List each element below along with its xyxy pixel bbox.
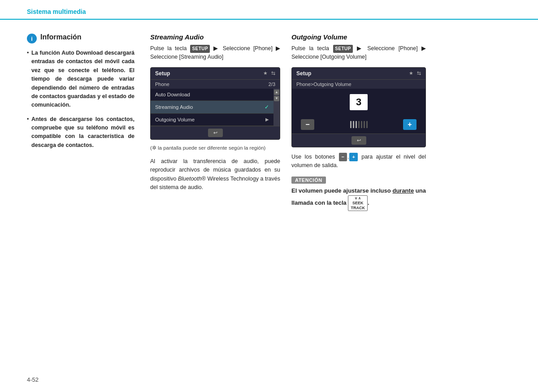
bullet-list: La función Auto Download descargará entr…	[27, 49, 134, 150]
vol-bar	[350, 121, 368, 128]
vol-sub-header: Phone>Outgoing Volume	[292, 80, 425, 89]
track-label: TRACK	[351, 206, 365, 211]
vol-signal-icon: ⇆	[417, 70, 421, 76]
streaming-audio-title: Streaming Audio	[150, 33, 280, 41]
signal-icon: ⇆	[271, 70, 275, 76]
menu-with-scroll: Auto Download Streaming Audio ✓ Outgoing…	[151, 89, 280, 126]
middle-column: Streaming Audio Pulse la tecla SETUP ▶ S…	[143, 33, 287, 211]
vol-tick-2	[353, 121, 354, 128]
screen-sub-header: Phone 2/3	[151, 80, 280, 89]
seek-track-badge: ∨ ∧ SEEK TRACK	[348, 195, 368, 211]
bullet-item-2: Antes de descargarse los contactos, comp…	[27, 115, 134, 150]
vol-body-text: Use los botones −.+ para ajustar el nive…	[291, 153, 426, 170]
vol-tick-4	[358, 121, 360, 128]
minus-badge: −	[339, 153, 347, 161]
auto-download-label: Auto Download	[155, 92, 190, 97]
outgoing-volume-title: Outgoing Volume	[291, 33, 426, 41]
screen-header: Setup ★ ⇆	[151, 68, 280, 80]
vol-tick-6	[364, 121, 365, 128]
volume-display: 3	[292, 89, 425, 116]
info-icon: i	[27, 34, 37, 43]
attention-label: ATENCIÓN	[291, 177, 326, 184]
vol-screen-icons: ★ ⇆	[409, 70, 421, 76]
volume-controls: − +	[292, 116, 425, 134]
attention-text: El volumen puede ajustarse incluso duran…	[291, 186, 426, 211]
back-button[interactable]: ↩	[208, 129, 223, 137]
outgoing-volume-label: Outgoing Volume	[155, 117, 195, 122]
menu-outgoing-volume: Outgoing Volume ▶	[151, 114, 273, 126]
attention-section: ATENCIÓN El volumen puede ajustarse incl…	[291, 177, 426, 211]
info-title: Información	[40, 33, 82, 41]
page-indicator: 2/3	[269, 82, 275, 87]
vol-screen-title: Setup	[296, 70, 311, 77]
vol-tick-1	[350, 121, 351, 128]
scroll-down-btn[interactable]: ▼	[274, 96, 279, 101]
right-column: Outgoing Volume Pulse la tecla SETUP ▶ S…	[287, 33, 426, 211]
streaming-audio-label: Streaming Audio	[155, 104, 193, 110]
vol-screen-header: Setup ★ ⇆	[292, 68, 425, 80]
screen-footer: ↩	[151, 126, 280, 139]
vol-bt-icon: ★	[409, 70, 413, 76]
check-mark: ✓	[265, 104, 269, 110]
page-header: Sistema multimedia	[0, 0, 538, 20]
setup-badge-1: SETUP	[190, 45, 210, 53]
vol-minus-btn[interactable]: −	[301, 119, 314, 130]
vol-tick-5	[361, 121, 362, 128]
vol-sub-title: Phone>Outgoing Volume	[296, 82, 351, 87]
vol-back-button[interactable]: ↩	[351, 136, 366, 145]
outgoing-volume-desc: Pulse la tecla SETUP ▶ Seleccione [Phone…	[291, 44, 426, 62]
streaming-body-text: Al activar la transferencia de audio, pu…	[150, 157, 280, 192]
plus-badge: +	[349, 153, 357, 161]
phone-label: Phone	[155, 82, 169, 87]
scroll-track: ▲ ▼	[273, 89, 280, 126]
streaming-audio-desc: Pulse la tecla SETUP ▶ Seleccione [Phone…	[150, 44, 280, 62]
seek-arrows: ∨ ∧	[355, 196, 361, 201]
bullet-item-1: La función Auto Download descargará entr…	[27, 49, 134, 110]
vol-screen-footer: ↩	[292, 134, 425, 147]
info-box: i Información	[27, 33, 134, 43]
left-column: i Información La función Auto Download d…	[27, 33, 143, 211]
scroll-up-btn[interactable]: ▲	[274, 90, 279, 95]
screen-title: Setup	[155, 70, 170, 77]
menu-items: Auto Download Streaming Audio ✓ Outgoing…	[151, 89, 273, 126]
vol-tick-7	[366, 121, 368, 128]
seek-label: SEEK	[352, 201, 364, 206]
streaming-screen: Setup ★ ⇆ Phone 2/3 Auto Download Strea	[150, 67, 280, 140]
menu-auto-download: Auto Download	[151, 89, 273, 101]
page-number: 4-52	[27, 376, 39, 383]
vol-plus-btn[interactable]: +	[403, 119, 417, 130]
screen-icons: ★ ⇆	[263, 70, 275, 76]
volume-screen: Setup ★ ⇆ Phone>Outgoing Volume 3 −	[291, 67, 426, 147]
main-content: i Información La función Auto Download d…	[0, 20, 538, 220]
setup-badge-2: SETUP	[333, 45, 353, 53]
bt-icon: ★	[263, 70, 268, 76]
volume-number: 3	[350, 94, 368, 110]
header-title: Sistema multimedia	[27, 8, 86, 15]
arrow-right: ▶	[265, 117, 269, 122]
menu-streaming-audio: Streaming Audio ✓	[151, 101, 273, 114]
vol-tick-3	[356, 121, 357, 128]
screen-note: (✲ la pantalla puede ser diferente según…	[150, 144, 280, 152]
